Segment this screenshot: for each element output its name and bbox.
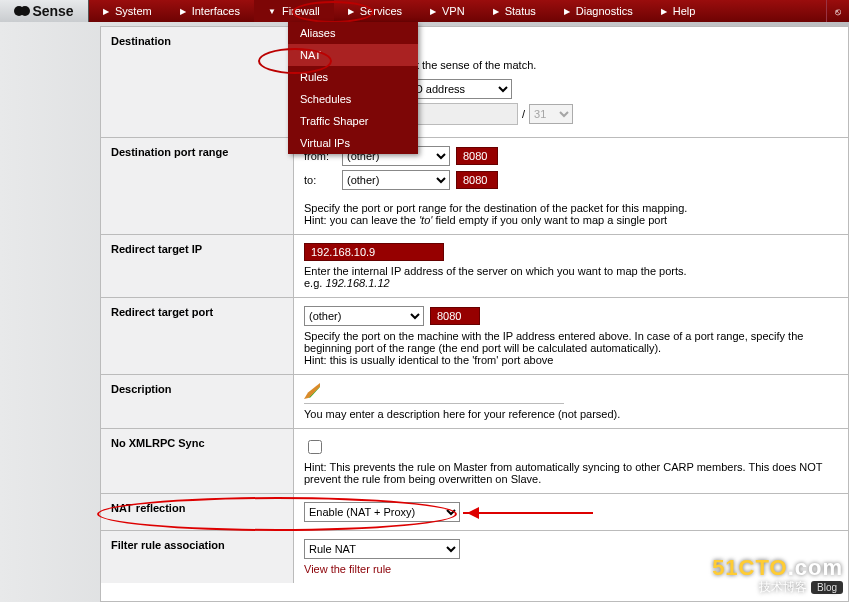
description-hint: You may enter a description here for you… [304, 408, 838, 420]
redirect-ip-hint1: Enter the internal IP address of the ser… [304, 265, 838, 277]
destination-mask-select: 31 [529, 104, 573, 124]
label-destination: Destination [101, 27, 294, 137]
label-description: Description [101, 375, 294, 428]
main-menu-bar: Sense ▶System ▶Interfaces ▼Firewall ▶Ser… [0, 0, 849, 22]
redirect-ip-hint2: e.g. 192.168.1.12 [304, 277, 838, 289]
label-redirect-port: Redirect target port [101, 298, 294, 374]
triangle-right-icon: ▶ [564, 7, 570, 16]
view-filter-rule-link[interactable]: View the filter rule [304, 563, 391, 575]
dropdown-schedules[interactable]: Schedules [288, 88, 418, 110]
firewall-dropdown: Aliases NAT Rules Schedules Traffic Shap… [288, 22, 418, 154]
watermark: 51CTO.com 技术博客Blog [712, 555, 843, 596]
redirect-port-hint2: Hint: this is usually identical to the '… [304, 354, 838, 366]
label-dest-port-range: Destination port range [101, 138, 294, 234]
dport-to-input[interactable] [456, 171, 498, 189]
menu-help[interactable]: ▶Help [647, 0, 710, 22]
menu-diagnostics[interactable]: ▶Diagnostics [550, 0, 647, 22]
menu-system[interactable]: ▶System [89, 0, 166, 22]
redirect-port-hint1: Specify the port on the machine with the… [304, 330, 838, 354]
dport-hint1: Specify the port or port range for the d… [304, 202, 838, 214]
redirect-ip-input[interactable] [304, 243, 444, 261]
dport-hint2: Hint: you can leave the 'to' field empty… [304, 214, 838, 226]
menu-firewall[interactable]: ▼Firewall [254, 0, 334, 22]
triangle-down-icon: ▼ [268, 7, 276, 16]
mask-separator: / [522, 108, 525, 120]
dropdown-nat[interactable]: NAT [288, 44, 418, 66]
dropdown-rules[interactable]: Rules [288, 66, 418, 88]
dropdown-virtual-ips[interactable]: Virtual IPs [288, 132, 418, 154]
menu-vpn[interactable]: ▶VPN [416, 0, 479, 22]
nat-reflection-select[interactable]: Enable (NAT + Proxy) [304, 502, 460, 522]
filter-assoc-select[interactable]: Rule NAT [304, 539, 460, 559]
dropdown-traffic-shaper[interactable]: Traffic Shaper [288, 110, 418, 132]
xmlrpc-hint: Hint: This prevents the rule on Master f… [304, 461, 838, 485]
menu-services[interactable]: ▶Services [334, 0, 416, 22]
label-redirect-ip: Redirect target IP [101, 235, 294, 297]
xmlrpc-checkbox[interactable] [308, 440, 322, 454]
triangle-right-icon: ▶ [661, 7, 667, 16]
triangle-right-icon: ▶ [103, 7, 109, 16]
triangle-right-icon: ▶ [493, 7, 499, 16]
dport-to-label: to: [304, 174, 342, 186]
dropdown-aliases[interactable]: Aliases [288, 22, 418, 44]
redirect-port-select[interactable]: (other) [304, 306, 424, 326]
label-filter-assoc: Filter rule association [101, 531, 294, 583]
label-xmlrpc: No XMLRPC Sync [101, 429, 294, 493]
annotation-arrow [463, 512, 593, 514]
dport-from-input[interactable] [456, 147, 498, 165]
brand-logo: Sense [0, 0, 89, 22]
menu-status[interactable]: ▶Status [479, 0, 550, 22]
toolbar-icon[interactable]: ⎋ [826, 0, 849, 22]
triangle-right-icon: ▶ [430, 7, 436, 16]
label-nat-reflection: NAT reflection [101, 494, 294, 530]
menu-interfaces[interactable]: ▶Interfaces [166, 0, 254, 22]
triangle-right-icon: ▶ [180, 7, 186, 16]
pencil-icon [304, 383, 320, 399]
redirect-port-input[interactable] [430, 307, 480, 325]
triangle-right-icon: ▶ [348, 7, 354, 16]
dport-to-select[interactable]: (other) [342, 170, 450, 190]
